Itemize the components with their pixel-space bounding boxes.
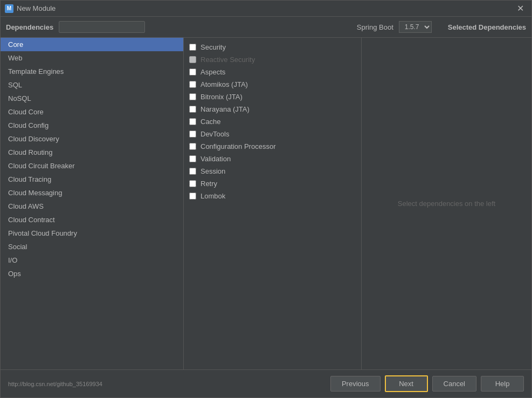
sidebar-item-social[interactable]: Social [1, 240, 183, 253]
sidebar-item-nosql[interactable]: NoSQL [1, 92, 183, 105]
dep-item-cache[interactable]: Cache [184, 115, 361, 128]
dep-checkbox-narayana[interactable] [189, 106, 196, 113]
sidebar-item-ops[interactable]: Ops [1, 267, 183, 280]
dep-checkbox-aspects[interactable] [189, 68, 196, 76]
dep-item-security[interactable]: Security [184, 41, 361, 53]
sidebar-item-cloud-tracing[interactable]: Cloud Tracing [1, 173, 183, 186]
sidebar-item-web[interactable]: Web [1, 51, 183, 65]
dep-checkbox-reactive-security [189, 56, 196, 63]
dep-label-bitronix: Bitronix (JTA) [201, 93, 243, 101]
dep-checkbox-devtools[interactable] [189, 131, 196, 138]
dep-label-config-processor: Configuration Processor [201, 142, 275, 150]
dep-checkbox-validation[interactable] [189, 155, 196, 162]
dep-label-cache: Cache [201, 118, 221, 126]
sidebar-item-cloud-routing[interactable]: Cloud Routing [1, 146, 183, 159]
dep-checkbox-lombok[interactable] [189, 193, 196, 200]
dep-item-bitronix[interactable]: Bitronix (JTA) [184, 91, 361, 103]
cancel-button[interactable]: Cancel [432, 376, 476, 392]
dep-item-aspects[interactable]: Aspects [184, 66, 361, 78]
watermark-text: http://blog.csn.net/github_35169934 [8, 381, 326, 387]
footer: http://blog.csn.net/github_35169934 Prev… [1, 369, 531, 397]
dep-checkbox-bitronix[interactable] [189, 93, 196, 100]
dep-checkbox-security[interactable] [189, 44, 196, 51]
title-bar: M New Module ✕ [1, 1, 531, 17]
dep-checkbox-retry[interactable] [189, 180, 196, 187]
dep-item-retry[interactable]: Retry [184, 177, 361, 190]
dep-item-reactive-security: Reactive Security [184, 53, 361, 66]
dep-label-security: Security [201, 43, 226, 51]
dep-label-aspects: Aspects [201, 68, 225, 76]
dep-label-reactive-security: Reactive Security [201, 56, 255, 64]
dep-item-lombok[interactable]: Lombok [184, 190, 361, 202]
sidebar-item-cloud-circuit-breaker[interactable]: Cloud Circuit Breaker [1, 159, 183, 173]
sidebar-item-cloud-aws[interactable]: Cloud AWS [1, 200, 183, 213]
sidebar-item-template-engines[interactable]: Template Engines [1, 65, 183, 78]
sidebar-item-io[interactable]: I/O [1, 253, 183, 267]
dep-checkbox-atomikos[interactable] [189, 81, 196, 88]
main-content: CoreWebTemplate EnginesSQLNoSQLCloud Cor… [1, 38, 531, 369]
title-bar-left: M New Module [5, 4, 56, 13]
help-button[interactable]: Help [481, 376, 524, 392]
sidebar-item-cloud-config[interactable]: Cloud Config [1, 119, 183, 132]
sidebar-item-cloud-discovery[interactable]: Cloud Discovery [1, 132, 183, 146]
sidebar-item-sql[interactable]: SQL [1, 78, 183, 92]
dep-item-session[interactable]: Session [184, 165, 361, 177]
new-module-window: M New Module ✕ Dependencies Spring Boot … [0, 0, 532, 398]
previous-button[interactable]: Previous [330, 376, 381, 392]
dependencies-label: Dependencies [6, 23, 53, 31]
selected-dependencies-label: Selected Dependencies [448, 23, 526, 31]
dep-label-narayana: Narayana (JTA) [201, 105, 250, 113]
dep-checkbox-config-processor[interactable] [189, 143, 196, 150]
search-input[interactable] [59, 21, 145, 33]
dep-item-atomikos[interactable]: Atomikos (JTA) [184, 78, 361, 91]
close-button[interactable]: ✕ [514, 3, 527, 14]
next-button[interactable]: Next [385, 375, 428, 392]
toolbar: Dependencies Spring Boot 1.5.7 Selected … [1, 17, 531, 38]
dep-label-atomikos: Atomikos (JTA) [201, 80, 248, 88]
dep-label-session: Session [201, 167, 225, 175]
dep-label-lombok: Lombok [201, 192, 225, 200]
sidebar-item-core[interactable]: Core [1, 38, 183, 51]
dep-label-devtools: DevTools [201, 130, 229, 138]
spring-boot-label: Spring Boot [357, 23, 393, 31]
empty-selection-text: Select dependencies on the left [398, 200, 495, 208]
window-title: New Module [17, 4, 56, 12]
dep-label-retry: Retry [201, 180, 217, 188]
selected-dependencies-panel: Select dependencies on the left [362, 38, 531, 369]
dep-item-validation[interactable]: Validation [184, 153, 361, 165]
dependencies-panel: SecurityReactive SecurityAspectsAtomikos… [184, 38, 362, 369]
sidebar-item-cloud-core[interactable]: Cloud Core [1, 105, 183, 119]
app-icon: M [5, 4, 13, 13]
dep-checkbox-session[interactable] [189, 168, 196, 175]
dep-item-config-processor[interactable]: Configuration Processor [184, 140, 361, 153]
sidebar: CoreWebTemplate EnginesSQLNoSQLCloud Cor… [1, 38, 184, 369]
dep-checkbox-cache[interactable] [189, 118, 196, 125]
dep-item-narayana[interactable]: Narayana (JTA) [184, 103, 361, 115]
dep-item-devtools[interactable]: DevTools [184, 128, 361, 140]
spring-boot-version-select[interactable]: 1.5.7 [399, 21, 432, 33]
dep-label-validation: Validation [201, 155, 231, 163]
sidebar-item-cloud-contract[interactable]: Cloud Contract [1, 213, 183, 227]
sidebar-item-cloud-messaging[interactable]: Cloud Messaging [1, 186, 183, 200]
sidebar-item-pivotal-cloud-foundry[interactable]: Pivotal Cloud Foundry [1, 227, 183, 240]
